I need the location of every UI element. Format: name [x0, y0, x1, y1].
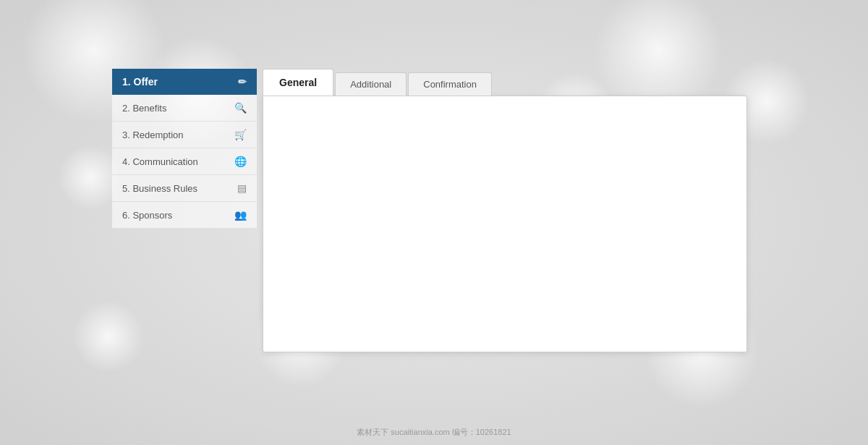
sidebar-item-communication[interactable]: 4. Communication 🌐: [112, 148, 257, 175]
tabs: General Additional Confirmation: [263, 69, 747, 96]
cart-icon: 🛒: [234, 129, 247, 140]
tab-content: [263, 96, 747, 352]
rules-icon: ▤: [237, 182, 247, 194]
sidebar-item-label: 2. Benefits: [122, 103, 229, 114]
sidebar-item-benefits[interactable]: 2. Benefits 🔍: [112, 95, 257, 122]
search-icon: 🔍: [234, 102, 247, 114]
sidebar-item-label: 6. Sponsors: [122, 210, 229, 221]
tab-general[interactable]: General: [263, 69, 333, 96]
edit-icon: ✏: [238, 76, 247, 88]
sidebar-item-label: 4. Communication: [122, 156, 229, 167]
tab-additional[interactable]: Additional: [335, 72, 407, 96]
tab-confirmation[interactable]: Confirmation: [408, 72, 492, 96]
sidebar-item-offer[interactable]: 1. Offer ✏: [112, 69, 257, 95]
watermark: 素材天下 sucaitianxia.com 编号：10261821: [357, 427, 511, 438]
sidebar-item-label: 3. Redemption: [122, 130, 229, 140]
sidebar-item-redemption[interactable]: 3. Redemption 🛒: [112, 122, 257, 148]
main-container: 1. Offer ✏ 2. Benefits 🔍 3. Redemption 🛒…: [112, 69, 747, 352]
sidebar-item-sponsors[interactable]: 6. Sponsors 👥: [112, 202, 257, 229]
globe-icon: 🌐: [234, 156, 247, 167]
tab-panel: General Additional Confirmation: [263, 69, 747, 352]
sidebar-item-business-rules[interactable]: 5. Business Rules ▤: [112, 175, 257, 202]
sidebar: 1. Offer ✏ 2. Benefits 🔍 3. Redemption 🛒…: [112, 69, 257, 229]
sidebar-item-label: 1. Offer: [122, 76, 232, 88]
sidebar-item-label: 5. Business Rules: [122, 183, 231, 194]
people-icon: 👥: [234, 209, 247, 221]
